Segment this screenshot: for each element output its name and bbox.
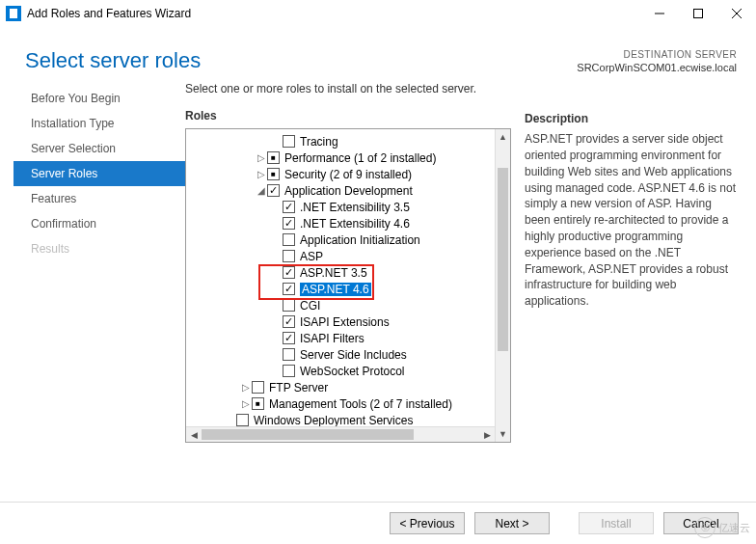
svg-rect-1 <box>694 10 703 18</box>
checkbox[interactable] <box>283 201 295 213</box>
tree-item[interactable]: ◢Application Development <box>186 182 510 199</box>
checkbox[interactable] <box>283 233 295 246</box>
tree-item[interactable]: ▷FTP Server <box>186 379 510 395</box>
expander-open-icon[interactable]: ◢ <box>256 185 267 196</box>
checkbox[interactable] <box>267 184 280 197</box>
destination-value: SRCorpWinSCOM01.ecwise.local <box>577 61 737 74</box>
vertical-scrollbar[interactable]: ▲▼ <box>495 129 510 442</box>
tree-item-label: Server Side Includes <box>300 348 407 362</box>
install-button[interactable]: Install <box>579 512 654 534</box>
expander-closed-icon[interactable]: ▷ <box>256 152 267 163</box>
scroll-thumb[interactable] <box>498 168 508 351</box>
tree-item-label: Windows Deployment Services <box>254 414 413 427</box>
description-text: ASP.NET provides a server side object or… <box>525 131 739 310</box>
previous-button[interactable]: < Previous <box>390 512 465 534</box>
checkbox[interactable] <box>283 348 295 361</box>
checkbox[interactable] <box>283 135 295 148</box>
nav-item-installation-type[interactable]: Installation Type <box>14 111 185 136</box>
checkbox[interactable] <box>283 299 295 312</box>
tree-item[interactable]: ASP.NET 3.5 <box>186 264 510 281</box>
tree-item[interactable]: ISAPI Extensions <box>186 313 510 330</box>
expander-closed-icon[interactable]: ▷ <box>240 382 252 393</box>
scroll-thumb[interactable] <box>202 429 414 440</box>
tree-item-label: ISAPI Filters <box>300 332 364 345</box>
tree-item[interactable]: ▷Performance (1 of 2 installed) <box>186 150 510 166</box>
checkbox[interactable] <box>283 217 295 230</box>
close-button[interactable] <box>717 1 756 26</box>
tree-item-label: Application Initialization <box>300 233 420 247</box>
maximize-button[interactable] <box>679 1 717 26</box>
checkbox[interactable] <box>252 397 264 410</box>
checkbox[interactable] <box>236 414 249 426</box>
window-title: Add Roles and Features Wizard <box>27 7 640 20</box>
wizard-nav: Before You BeginInstallation TypeServer … <box>14 82 185 443</box>
tree-item[interactable]: Application Initialization <box>186 231 510 248</box>
page-title: Select server roles <box>25 48 201 73</box>
tree-item-label: ASP.NET 3.5 <box>300 266 367 280</box>
nav-item-server-roles[interactable]: Server Roles <box>14 161 185 186</box>
nav-item-before-you-begin[interactable]: Before You Begin <box>14 86 185 111</box>
tree-item[interactable]: ISAPI Filters <box>186 330 510 346</box>
scroll-down-icon[interactable]: ▼ <box>496 426 510 442</box>
roles-tree[interactable]: Tracing▷Performance (1 of 2 installed)▷S… <box>185 128 511 443</box>
checkbox[interactable] <box>267 151 280 164</box>
minimize-button[interactable] <box>640 1 679 26</box>
tree-item[interactable]: CGI <box>186 297 510 313</box>
tree-item-label: ASP <box>300 250 323 263</box>
checkbox[interactable] <box>283 283 295 295</box>
tree-item-label: CGI <box>300 299 320 313</box>
nav-item-confirmation[interactable]: Confirmation <box>14 211 185 236</box>
tree-item-label: FTP Server <box>269 381 328 394</box>
tree-item[interactable]: ASP <box>186 248 510 264</box>
tree-item[interactable]: ▷Security (2 of 9 installed) <box>186 166 510 182</box>
checkbox[interactable] <box>283 315 295 328</box>
tree-item[interactable]: Server Side Includes <box>186 346 510 363</box>
cancel-button[interactable]: Cancel <box>663 512 739 534</box>
tree-item-label: Application Development <box>284 184 413 198</box>
checkbox[interactable] <box>283 266 295 279</box>
scroll-up-icon[interactable]: ▲ <box>496 129 510 145</box>
next-button[interactable]: Next > <box>474 512 550 534</box>
checkbox[interactable] <box>267 168 280 180</box>
tree-item-label: ISAPI Extensions <box>300 315 390 329</box>
horizontal-scrollbar[interactable]: ◀▶ <box>186 426 495 442</box>
nav-item-features[interactable]: Features <box>14 186 185 211</box>
tree-item-label: WebSocket Protocol <box>300 365 405 378</box>
tree-item[interactable]: .NET Extensibility 3.5 <box>186 199 510 215</box>
scroll-right-icon[interactable]: ▶ <box>479 427 495 442</box>
tree-item-label: Security (2 of 9 installed) <box>284 168 412 181</box>
checkbox[interactable] <box>283 250 295 262</box>
instruction-text: Select one or more roles to install on t… <box>185 82 511 95</box>
description-heading: Description <box>525 112 739 125</box>
scroll-left-icon[interactable]: ◀ <box>186 427 202 442</box>
tree-item-label: Management Tools (2 of 7 installed) <box>269 397 452 411</box>
titlebar: Add Roles and Features Wizard <box>0 0 756 27</box>
tree-item-label: Tracing <box>300 135 338 149</box>
checkbox[interactable] <box>283 332 295 344</box>
tree-item-label: ASP.NET 4.6 <box>300 283 371 296</box>
tree-item[interactable]: WebSocket Protocol <box>186 363 510 379</box>
expander-closed-icon[interactable]: ▷ <box>256 169 267 179</box>
tree-item[interactable]: .NET Extensibility 4.6 <box>186 215 510 231</box>
expander-closed-icon[interactable]: ▷ <box>240 398 252 409</box>
checkbox[interactable] <box>283 365 295 377</box>
tree-item[interactable]: ASP.NET 4.6 <box>186 281 510 297</box>
tree-item-label: .NET Extensibility 4.6 <box>300 217 410 231</box>
tree-item[interactable]: Tracing <box>186 133 510 150</box>
tree-item-label: .NET Extensibility 3.5 <box>300 201 410 214</box>
tree-item-label: Performance (1 of 2 installed) <box>284 151 436 165</box>
nav-item-server-selection[interactable]: Server Selection <box>14 136 185 161</box>
footer: < Previous Next > Install Cancel <box>0 502 756 544</box>
destination-label: DESTINATION SERVER <box>577 48 737 61</box>
roles-heading: Roles <box>185 109 511 122</box>
checkbox[interactable] <box>252 381 264 394</box>
nav-item-results: Results <box>14 236 185 261</box>
header: Select server roles DESTINATION SERVER S… <box>0 27 756 82</box>
wizard-icon <box>6 6 21 21</box>
tree-item[interactable]: ▷Management Tools (2 of 7 installed) <box>186 395 510 412</box>
destination-server: DESTINATION SERVER SRCorpWinSCOM01.ecwis… <box>577 48 737 74</box>
